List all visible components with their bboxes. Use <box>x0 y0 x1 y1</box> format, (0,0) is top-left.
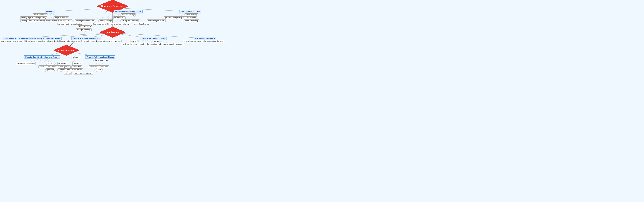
co-regulated-label: co-regulated learning <box>133 23 150 25</box>
automatization-label: automatization <box>33 19 46 22</box>
mediation-label: mediation <box>88 65 98 68</box>
comprehension-monitoring-label: comprehension monitoring <box>108 23 130 25</box>
naturalist-label: naturalist <box>113 40 122 42</box>
cultural-support-label: cultural support mechanisms <box>202 40 224 42</box>
stage-label: stage <box>47 62 53 65</box>
self-talk-label: self-talk <box>64 72 72 74</box>
in-depth-processing-label: in-depth processing <box>44 19 61 22</box>
sociocultural-theories-header[interactable]: Sociocultural Theories <box>179 10 201 14</box>
disequilibrium-label: disequilibrium <box>57 62 69 65</box>
cognitive-processes-leaf-label: cognitive processes <box>168 43 184 45</box>
constructivism-label: Constructivism <box>58 49 74 52</box>
internalization-label: internalization <box>70 68 83 71</box>
information-processing-header[interactable]: Information Processing Theory <box>114 10 142 14</box>
joint-attention-label: joint attention <box>185 16 197 19</box>
cattell-header[interactable]: Cattell-Horn-Carroll Theory of Cognitive… <box>18 37 62 40</box>
the-brain-header[interactable]: the brain <box>45 10 55 14</box>
working-memory-label: working memory <box>33 16 47 19</box>
conceptual-change-label: conceptual change <box>76 28 92 31</box>
long-term-memory-label: long-term memory <box>54 16 69 19</box>
operations-label: operations <box>45 68 55 71</box>
equilibrium-label: equilibrium <box>72 62 82 65</box>
epistemological-label: epistemological beliefs <box>147 19 166 22</box>
domains-label: domains <box>128 40 137 42</box>
intrapersonal-label: intrapersonal <box>102 40 114 42</box>
spearman-header[interactable]: Spearman's g <box>3 37 17 40</box>
knowledge-base-label: knowledge base <box>58 19 72 22</box>
creative-label: creative <box>130 43 138 45</box>
constructivism-diamond[interactable]: Constructivism <box>53 45 80 56</box>
crystalized-label: crystalized intelligence <box>36 40 55 42</box>
distributed-header[interactable]: Distributed Intelligence <box>194 37 216 40</box>
cognitive-strategy-label: cognitive strategy <box>121 14 136 16</box>
specific-factor-label: specific factor <box>12 40 24 42</box>
metacognitive-awareness-label: metacognitive awareness <box>74 19 95 22</box>
gardner-header[interactable]: Gardner's Multiple Intelligences <box>72 37 101 40</box>
individual-constructivism-label: individual constructivism <box>16 62 36 65</box>
general-factor-label: general factor <box>0 40 12 42</box>
assimilation-label: assimilation <box>71 65 82 68</box>
theory-theory-label: theory theory <box>78 25 90 28</box>
intelligence-label: Intelligence <box>106 31 119 34</box>
fluid-intelligence-label: fluid intelligence <box>23 40 36 42</box>
central-executive-label: central executive <box>33 14 47 16</box>
social-constructivism-label: social constructivism <box>92 59 109 61</box>
scaffolding-label: scaffolding <box>83 72 93 74</box>
self-regulated-label: self-regulated learning <box>120 19 139 22</box>
problem-solving-label: problem-solving strategies <box>164 16 185 19</box>
nativism-label: nativism <box>76 23 84 25</box>
schema-label: schema <box>57 23 65 25</box>
spatial-label: spatial <box>75 40 82 42</box>
schemes-label: schemes <box>72 56 80 58</box>
zpd-label: ZPD <box>96 68 102 71</box>
cognitive-tools-label: cognitive tools <box>97 65 109 68</box>
mind-map: Cognitive Processes Intelligence Constru… <box>0 0 644 202</box>
accommodation-label: accommodation <box>58 68 71 71</box>
connections-layer <box>0 0 644 202</box>
sensory-register-label: sensory register <box>20 16 34 19</box>
intelligence-diamond[interactable]: Intelligence <box>99 27 126 38</box>
cognitive-processes-label: Cognitive Processes <box>101 5 124 8</box>
intersubjectivity-label: intersubjectivity <box>185 14 198 16</box>
sternberg-header[interactable]: Sternberg's Triarchic Theory <box>140 37 167 40</box>
analytical-label: analytical <box>122 43 130 45</box>
piaget-header[interactable]: Piaget's Cognitive Development Theory <box>24 55 60 59</box>
factors-label: factors <box>153 40 160 42</box>
learning-strategy-label: learning strategy <box>98 19 112 22</box>
appropriation-label: appropriation <box>59 65 70 68</box>
metacognition-label: metacognition <box>114 16 126 19</box>
vygotsky-header[interactable]: Vygotsky's Sociocultural Theory <box>85 55 115 59</box>
social-referencing-label: social referencing <box>184 19 199 22</box>
central-conceptual-label: central conceptual structures <box>38 65 61 68</box>
logical-mathematical-label: logical-mathematical <box>60 40 76 42</box>
